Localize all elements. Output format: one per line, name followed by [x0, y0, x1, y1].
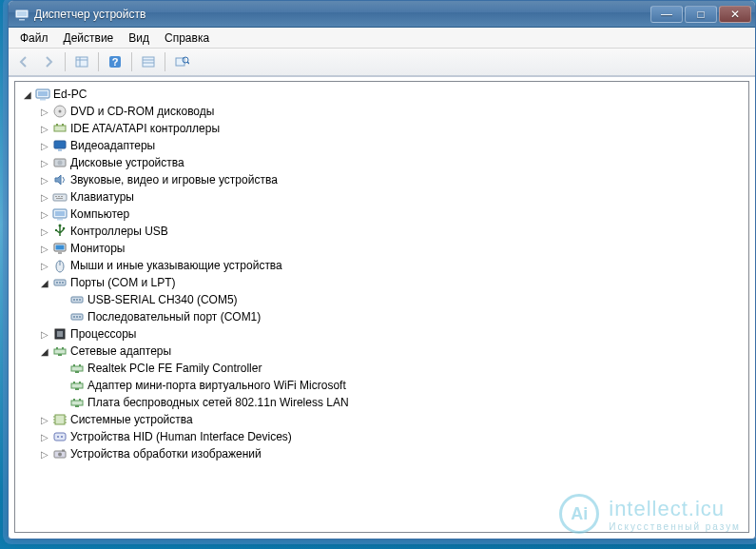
tree-item-label: Видеоадаптеры [70, 139, 155, 152]
expander-icon[interactable]: ▷ [38, 430, 51, 443]
menu-view[interactable]: Вид [121, 29, 157, 47]
device-tree[interactable]: ◢Ed-PC▷DVD и CD-ROM дисководы▷IDE ATA/AT… [17, 86, 746, 462]
title-bar[interactable]: Диспетчер устройств — □ ✕ [9, 1, 755, 28]
tree-item-label: Плата беспроводных сетей 802.11n Wireles… [87, 396, 349, 409]
tree-item[interactable]: ▷Клавиатуры [38, 188, 746, 206]
tree-item[interactable]: ▷Контроллеры USB [38, 223, 746, 240]
port-icon [69, 292, 85, 307]
expander-icon[interactable]: ▷ [38, 207, 51, 221]
tree-item[interactable]: ▷Мыши и иные указывающие устройства [38, 257, 746, 274]
cpu-icon [52, 326, 68, 342]
tree-item-label: Последовательный порт (COM1) [87, 310, 261, 324]
toolbar-separator [98, 52, 99, 71]
tree-item[interactable]: ▷Устройства HID (Human Interface Devices… [38, 428, 746, 445]
network-icon [52, 343, 68, 359]
tree-item-label: Порты (COM и LPT) [70, 276, 176, 289]
help-button[interactable]: ? [104, 50, 126, 73]
expander-icon[interactable]: ▷ [38, 447, 51, 461]
tree-item-label: Адаптер мини-порта виртуального WiFi Mic… [87, 379, 346, 392]
device-manager-window: Диспетчер устройств — □ ✕ Файл Действие … [8, 0, 756, 539]
tree-item[interactable]: ▷Процессоры [38, 325, 746, 343]
toolbar: ? [9, 49, 755, 77]
tree-item-label: Мыши и иные указывающие устройства [70, 259, 282, 272]
tree-item[interactable]: Последовательный порт (COM1) [55, 308, 746, 325]
expander-icon[interactable]: ▷ [38, 413, 51, 426]
tree-item-label: Ed-PC [53, 88, 87, 101]
show-hidden-button[interactable] [70, 50, 93, 73]
expander-icon[interactable]: ▷ [38, 122, 51, 135]
computer-icon [52, 206, 68, 222]
tree-item[interactable]: ▷Мониторы [38, 240, 746, 257]
toolbar-separator [131, 52, 132, 71]
tree-item-label: Сетевые адаптеры [70, 344, 171, 358]
detail-view-button[interactable] [137, 50, 160, 73]
back-button[interactable] [12, 50, 35, 73]
expander-icon[interactable]: ▷ [38, 225, 51, 238]
tree-item[interactable]: USB-SERIAL CH340 (COM5) [55, 291, 746, 308]
display-icon [52, 138, 68, 153]
audio-icon [52, 172, 68, 187]
tree-item[interactable]: ▷Звуковые, видео и игровые устройства [38, 171, 746, 188]
expander-none [55, 310, 68, 324]
network-icon [69, 395, 85, 410]
tree-item-label: Системные устройства [70, 413, 193, 426]
tree-item[interactable]: Realtek PCIe FE Family Controller [55, 360, 746, 377]
tree-item-label: Контроллеры USB [70, 225, 168, 238]
maximize-button[interactable]: □ [685, 6, 717, 23]
svg-rect-8 [143, 57, 154, 67]
tree-item-label: Процессоры [70, 327, 137, 341]
expander-icon[interactable]: ◢ [21, 88, 34, 101]
expander-icon[interactable]: ◢ [38, 344, 51, 358]
expander-icon[interactable]: ▷ [38, 259, 51, 272]
tree-item[interactable]: ▷Компьютер [38, 206, 746, 223]
tree-item-label: Устройства HID (Human Interface Devices) [70, 430, 292, 443]
tree-item-label: USB-SERIAL CH340 (COM5) [87, 293, 238, 306]
scan-hardware-button[interactable] [170, 50, 193, 73]
expander-none [55, 396, 68, 409]
tree-item[interactable]: ◢Сетевые адаптеры [38, 343, 746, 360]
tree-item[interactable]: ▷Видеоадаптеры [38, 137, 746, 154]
tree-item[interactable]: ▷Системные устройства [38, 411, 746, 428]
tree-item[interactable]: ▷IDE ATA/ATAPI контроллеры [38, 120, 746, 137]
expander-icon[interactable]: ▷ [38, 242, 51, 255]
window-title: Диспетчер устройств [34, 8, 650, 21]
tree-item[interactable]: ▷DVD и CD-ROM дисководы [38, 103, 746, 120]
tree-item-label: IDE ATA/ATAPI контроллеры [70, 122, 220, 135]
expander-icon[interactable]: ▷ [38, 139, 51, 152]
expander-icon[interactable]: ▷ [38, 105, 51, 118]
keyboard-icon [52, 189, 68, 205]
minimize-button[interactable]: — [650, 6, 683, 23]
expander-none [55, 293, 68, 306]
tree-panel[interactable]: ◢Ed-PC▷DVD и CD-ROM дисководы▷IDE ATA/AT… [14, 81, 749, 533]
svg-rect-2 [17, 11, 27, 16]
forward-button[interactable] [37, 50, 60, 73]
tree-item-label: Дисковые устройства [70, 156, 184, 169]
toolbar-separator [65, 52, 66, 71]
expander-icon[interactable]: ◢ [38, 276, 51, 289]
expander-icon[interactable]: ▷ [38, 190, 51, 204]
app-icon [14, 7, 29, 22]
tree-item-label: Мониторы [70, 242, 125, 255]
tree-item-label: Клавиатуры [70, 190, 134, 204]
menu-file[interactable]: Файл [12, 29, 56, 47]
menu-help[interactable]: Справка [157, 29, 217, 47]
mouse-icon [52, 258, 68, 273]
tree-item[interactable]: ▷Дисковые устройства [38, 154, 746, 171]
port-icon [52, 275, 68, 290]
expander-icon[interactable]: ▷ [38, 156, 51, 169]
tree-item[interactable]: ▷Устройства обработки изображений [38, 445, 746, 462]
optical-icon [52, 104, 68, 119]
close-button[interactable]: ✕ [719, 6, 751, 23]
tree-item[interactable]: ◢Ed-PC [21, 86, 746, 103]
tree-item[interactable]: Плата беспроводных сетей 802.11n Wireles… [55, 394, 746, 411]
chip-icon [52, 412, 68, 427]
expander-icon[interactable]: ▷ [38, 327, 51, 341]
tree-item-label: Звуковые, видео и игровые устройства [70, 173, 278, 186]
expander-icon[interactable]: ▷ [38, 173, 51, 186]
svg-rect-1 [19, 19, 25, 21]
menu-action[interactable]: Действие [56, 29, 122, 47]
tree-item[interactable]: Адаптер мини-порта виртуального WiFi Mic… [55, 377, 746, 394]
toolbar-separator [165, 52, 165, 71]
controller-icon [52, 121, 68, 136]
tree-item[interactable]: ◢Порты (COM и LPT) [38, 274, 746, 291]
